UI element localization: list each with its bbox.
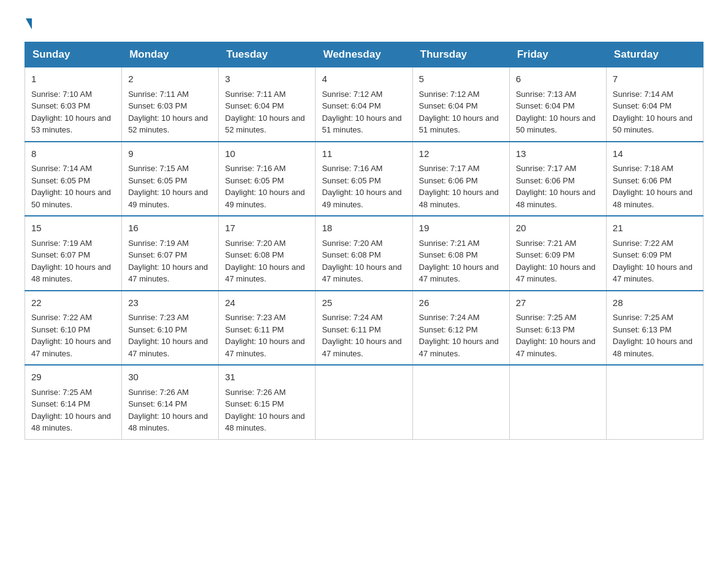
day-number: 19 [419,221,503,236]
day-number: 7 [613,72,697,86]
calendar-cell: 9Sunrise: 7:15 AMSunset: 6:05 PMDaylight… [122,142,219,216]
calendar-cell: 18Sunrise: 7:20 AMSunset: 6:08 PMDayligh… [316,216,412,291]
calendar-cell: 15Sunrise: 7:19 AMSunset: 6:07 PMDayligh… [25,216,122,291]
day-number: 28 [613,296,697,310]
header-cell-friday: Friday [509,42,606,67]
calendar-cell: 7Sunrise: 7:14 AMSunset: 6:04 PMDaylight… [606,67,703,142]
day-number: 14 [613,147,697,161]
week-row-2: 8Sunrise: 7:14 AMSunset: 6:05 PMDaylight… [25,142,703,216]
calendar-cell: 10Sunrise: 7:16 AMSunset: 6:05 PMDayligh… [219,142,316,216]
calendar-cell: 8Sunrise: 7:14 AMSunset: 6:05 PMDaylight… [25,142,122,216]
day-number: 27 [516,296,600,310]
header-cell-wednesday: Wednesday [316,42,412,67]
day-number: 16 [128,221,212,236]
day-number: 9 [128,147,212,161]
day-number: 20 [516,221,600,236]
calendar-cell: 14Sunrise: 7:18 AMSunset: 6:06 PMDayligh… [606,142,703,216]
week-row-1: 1Sunrise: 7:10 AMSunset: 6:03 PMDaylight… [25,67,703,142]
page-header [25,18,703,29]
day-number: 2 [128,72,212,86]
day-number: 18 [322,221,406,236]
day-number: 10 [225,147,309,161]
calendar-cell: 11Sunrise: 7:16 AMSunset: 6:05 PMDayligh… [316,142,412,216]
calendar-cell: 29Sunrise: 7:25 AMSunset: 6:14 PMDayligh… [25,365,122,439]
calendar-cell: 27Sunrise: 7:25 AMSunset: 6:13 PMDayligh… [509,291,606,366]
calendar-cell: 22Sunrise: 7:22 AMSunset: 6:10 PMDayligh… [25,291,122,366]
calendar-cell: 23Sunrise: 7:23 AMSunset: 6:10 PMDayligh… [122,291,219,366]
calendar-cell: 5Sunrise: 7:12 AMSunset: 6:04 PMDaylight… [412,67,509,142]
calendar-cell [316,365,412,439]
calendar-cell: 20Sunrise: 7:21 AMSunset: 6:09 PMDayligh… [509,216,606,291]
day-number: 25 [322,296,406,310]
day-number: 4 [322,72,406,86]
day-number: 30 [128,370,212,385]
header-cell-saturday: Saturday [606,42,703,67]
calendar-cell: 3Sunrise: 7:11 AMSunset: 6:04 PMDaylight… [219,67,316,142]
day-number: 8 [31,147,115,161]
calendar-cell: 16Sunrise: 7:19 AMSunset: 6:07 PMDayligh… [122,216,219,291]
day-number: 12 [419,147,503,161]
calendar-cell: 28Sunrise: 7:25 AMSunset: 6:13 PMDayligh… [606,291,703,366]
day-number: 5 [419,72,503,86]
day-number: 24 [225,296,309,310]
calendar-cell: 13Sunrise: 7:17 AMSunset: 6:06 PMDayligh… [509,142,606,216]
header-cell-sunday: Sunday [25,42,122,67]
week-row-5: 29Sunrise: 7:25 AMSunset: 6:14 PMDayligh… [25,365,703,439]
calendar-cell: 1Sunrise: 7:10 AMSunset: 6:03 PMDaylight… [25,67,122,142]
calendar-cell: 4Sunrise: 7:12 AMSunset: 6:04 PMDaylight… [316,67,412,142]
calendar-cell: 17Sunrise: 7:20 AMSunset: 6:08 PMDayligh… [219,216,316,291]
calendar-cell: 6Sunrise: 7:13 AMSunset: 6:04 PMDaylight… [509,67,606,142]
header-cell-tuesday: Tuesday [219,42,316,67]
day-number: 15 [31,221,115,236]
calendar-cell: 19Sunrise: 7:21 AMSunset: 6:08 PMDayligh… [412,216,509,291]
calendar-cell: 25Sunrise: 7:24 AMSunset: 6:11 PMDayligh… [316,291,412,366]
day-number: 29 [31,370,115,385]
day-number: 17 [225,221,309,236]
calendar-cell: 31Sunrise: 7:26 AMSunset: 6:15 PMDayligh… [219,365,316,439]
day-number: 6 [516,72,600,86]
day-number: 21 [613,221,697,236]
header-cell-thursday: Thursday [412,42,509,67]
logo-triangle-icon [26,18,32,29]
day-number: 22 [31,296,115,310]
day-number: 23 [128,296,212,310]
logo-text [25,18,33,29]
header-row: SundayMondayTuesdayWednesdayThursdayFrid… [25,42,703,67]
calendar-cell [412,365,509,439]
day-number: 3 [225,72,309,86]
calendar-cell: 24Sunrise: 7:23 AMSunset: 6:11 PMDayligh… [219,291,316,366]
header-cell-monday: Monday [122,42,219,67]
day-number: 11 [322,147,406,161]
day-number: 31 [225,370,309,385]
logo [25,18,33,29]
day-number: 13 [516,147,600,161]
calendar-cell: 30Sunrise: 7:26 AMSunset: 6:14 PMDayligh… [122,365,219,439]
calendar-cell: 12Sunrise: 7:17 AMSunset: 6:06 PMDayligh… [412,142,509,216]
day-number: 1 [31,72,115,86]
day-number: 26 [419,296,503,310]
calendar-body: 1Sunrise: 7:10 AMSunset: 6:03 PMDaylight… [25,67,703,440]
calendar-cell [606,365,703,439]
calendar-cell: 21Sunrise: 7:22 AMSunset: 6:09 PMDayligh… [606,216,703,291]
calendar-cell: 2Sunrise: 7:11 AMSunset: 6:03 PMDaylight… [122,67,219,142]
calendar-table: SundayMondayTuesdayWednesdayThursdayFrid… [25,42,703,440]
week-row-3: 15Sunrise: 7:19 AMSunset: 6:07 PMDayligh… [25,216,703,291]
calendar-header: SundayMondayTuesdayWednesdayThursdayFrid… [25,42,703,67]
calendar-cell: 26Sunrise: 7:24 AMSunset: 6:12 PMDayligh… [412,291,509,366]
week-row-4: 22Sunrise: 7:22 AMSunset: 6:10 PMDayligh… [25,291,703,366]
calendar-cell [509,365,606,439]
